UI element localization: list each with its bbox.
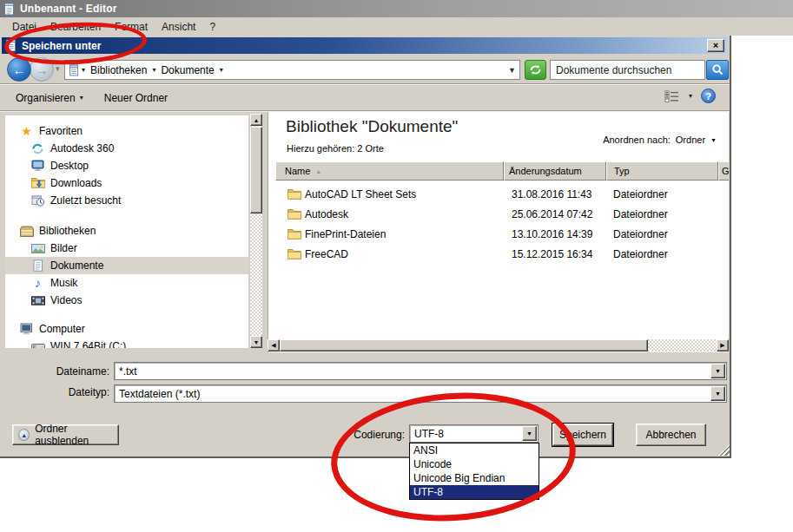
file-name: AutoCAD LT Sheet Sets xyxy=(305,188,416,200)
breadcrumb-chevron-icon[interactable]: ▾ xyxy=(152,66,155,74)
scroll-down-icon[interactable]: ▼ xyxy=(250,336,262,348)
documents-icon xyxy=(30,259,45,273)
column-header-name[interactable]: Name▲ xyxy=(275,161,504,181)
new-folder-button[interactable]: Neuer Ordner xyxy=(99,89,173,107)
autodesk-icon xyxy=(30,141,45,155)
sidebar-item-label: Musik xyxy=(50,277,77,289)
column-header-typ[interactable]: Typ xyxy=(606,161,718,181)
file-type: Dateiordner xyxy=(613,228,668,240)
chevron-down-icon: ▼ xyxy=(710,137,717,143)
hide-folders-button[interactable]: ▲ Ordner ausblenden xyxy=(12,424,119,445)
breadcrumb: Bibliotheken▾Dokumente▾ xyxy=(88,64,226,76)
list-view-icon[interactable] xyxy=(664,90,680,102)
scroll-up-icon[interactable]: ▲ xyxy=(250,114,262,126)
sidebar-item-win-7-64bit-c-[interactable]: WIN 7 64Bit (C:) xyxy=(5,338,248,348)
library-title: Bibliothek "Dokumente" xyxy=(286,117,458,136)
search-input[interactable]: Dokumente durchsuchen xyxy=(550,60,705,80)
address-dropdown-icon[interactable]: ▼ xyxy=(508,66,516,75)
sidebar-group-label: Bibliotheken xyxy=(39,225,96,237)
pictures-icon xyxy=(30,241,45,255)
chevron-down-icon[interactable]: ▼ xyxy=(710,386,725,401)
breadcrumb-bibliotheken[interactable]: Bibliotheken xyxy=(90,64,147,76)
file-row-autodesk[interactable]: Autodesk25.06.2014 07:42Dateiordner xyxy=(268,205,729,225)
sidebar-item-autodesk-360[interactable]: Autodesk 360 xyxy=(5,140,248,157)
file-row-fineprint-dateien[interactable]: FinePrint-Dateien13.10.2016 14:39Dateior… xyxy=(268,225,729,245)
resize-grip[interactable] xyxy=(718,444,730,456)
view-controls: ▾ ? xyxy=(664,89,716,103)
screen: { "window": { "title": "Unbenannt - Edit… xyxy=(0,0,793,532)
dialog-titlebar[interactable]: Speichern unter × xyxy=(2,37,728,54)
breadcrumb-chevron-icon[interactable]: ▾ xyxy=(220,66,223,74)
dialog-title: Speichern unter xyxy=(22,40,101,52)
back-arrow-icon: ← xyxy=(13,62,26,77)
save-as-dialog: Speichern unter × ← → ▾ ▾ Bibliotheken▾D… xyxy=(0,36,731,458)
encoding-select[interactable]: UTF-8 ▼ xyxy=(409,424,539,443)
menu-item-datei[interactable]: Datei xyxy=(5,19,43,35)
filename-field[interactable] xyxy=(119,365,605,378)
sidebar-group-label: Favoriten xyxy=(39,125,83,137)
menu-item-?[interactable]: ? xyxy=(202,19,222,35)
save-button[interactable]: Speichern xyxy=(552,424,613,446)
refresh-button[interactable] xyxy=(525,60,546,80)
navigation-scrollbar[interactable]: ▲ ▼ xyxy=(250,114,262,348)
encoding-value: UTF-8 xyxy=(414,428,444,440)
notepad-icon xyxy=(5,39,17,52)
file-name: FinePrint-Dateien xyxy=(305,228,386,240)
file-row-freecad[interactable]: FreeCAD15.12.2015 16:34Dateiordner xyxy=(268,245,729,265)
sidebar-item-zuletzt-besucht[interactable]: Zuletzt besucht xyxy=(5,192,248,209)
sidebar-item-desktop[interactable]: Desktop xyxy=(5,157,248,174)
column-header-nderungsdatum[interactable]: Änderungsdatum xyxy=(504,161,606,181)
scroll-left-icon[interactable]: ◀ xyxy=(268,339,280,351)
filename-label: Dateiname: xyxy=(0,365,109,378)
cancel-button[interactable]: Abbrechen xyxy=(636,424,706,446)
encoding-option-unicode[interactable]: Unicode xyxy=(410,457,539,471)
close-icon[interactable]: × xyxy=(707,39,724,52)
collapse-up-icon: ▲ xyxy=(18,429,30,441)
sidebar-group-favoriten[interactable]: ★Favoriten xyxy=(5,122,248,140)
sidebar-item-dokumente[interactable]: Dokumente xyxy=(5,257,248,274)
filename-input[interactable]: ▼ xyxy=(114,362,727,380)
file-type: Dateiordner xyxy=(613,188,668,200)
folder-icon xyxy=(287,208,301,220)
scrollbar-thumb[interactable] xyxy=(250,127,262,213)
chevron-down-icon[interactable]: ▼ xyxy=(522,426,537,441)
organize-button[interactable]: Organisieren ▾ xyxy=(10,89,89,107)
filetype-select[interactable]: Textdateien (*.txt) ▼ xyxy=(114,384,727,403)
folder-icon xyxy=(287,188,301,200)
chevron-down-icon[interactable]: ▼ xyxy=(710,364,725,378)
menu-item-format[interactable]: Format xyxy=(108,19,155,35)
computer-icon xyxy=(19,322,34,336)
notepad-editor-area[interactable] xyxy=(0,458,793,532)
videos-icon xyxy=(30,293,45,307)
arrange-by-control[interactable]: Anordnen nach: Ordner ▼ xyxy=(603,135,717,145)
sidebar-item-downloads[interactable]: Downloads xyxy=(5,174,248,192)
back-button[interactable]: ← xyxy=(7,57,31,82)
menu-item-bearbeiten[interactable]: Bearbeiten xyxy=(43,19,108,35)
encoding-option-ansi[interactable]: ANSI xyxy=(410,443,539,457)
sidebar-item-bilder[interactable]: Bilder xyxy=(5,240,248,257)
file-row-autocad-lt-sheet-sets[interactable]: AutoCAD LT Sheet Sets31.08.2016 11:43Dat… xyxy=(268,185,729,205)
chevron-down-icon[interactable]: ▾ xyxy=(82,66,85,74)
encoding-option-utf-8[interactable]: UTF-8 xyxy=(410,485,539,499)
filetype-label: Dateityp: xyxy=(0,386,109,398)
breadcrumb-dokumente[interactable]: Dokumente xyxy=(161,64,214,76)
forward-button[interactable]: → xyxy=(30,57,54,82)
view-options-chevron-icon[interactable]: ▾ xyxy=(689,92,692,100)
cancel-label: Abbrechen xyxy=(645,429,696,441)
encoding-option-unicode-big-endian[interactable]: Unicode Big Endian xyxy=(410,471,539,485)
scrollbar-thumb[interactable] xyxy=(280,339,648,351)
sidebar-item-musik[interactable]: ♪Musik xyxy=(5,274,248,292)
scroll-right-icon[interactable]: ▶ xyxy=(717,339,729,351)
file-date: 15.12.2015 16:34 xyxy=(512,248,592,260)
help-icon[interactable]: ? xyxy=(701,89,716,103)
sidebar-item-videos[interactable]: Videos xyxy=(5,292,248,309)
address-bar[interactable]: ▾ Bibliotheken▾Dokumente▾ ▼ xyxy=(64,60,520,80)
sidebar-group-computer[interactable]: Computer xyxy=(5,320,248,338)
menu-item-ansicht[interactable]: Ansicht xyxy=(155,19,202,35)
file-name: FreeCAD xyxy=(305,248,348,260)
column-header-gr[interactable]: Gr xyxy=(718,161,729,181)
nav-history-chevron-icon[interactable]: ▾ xyxy=(56,64,60,73)
search-button[interactable] xyxy=(706,60,729,80)
file-list-hscrollbar[interactable]: ◀ ▶ xyxy=(268,339,729,351)
sidebar-group-bibliotheken[interactable]: Bibliotheken xyxy=(5,222,248,240)
